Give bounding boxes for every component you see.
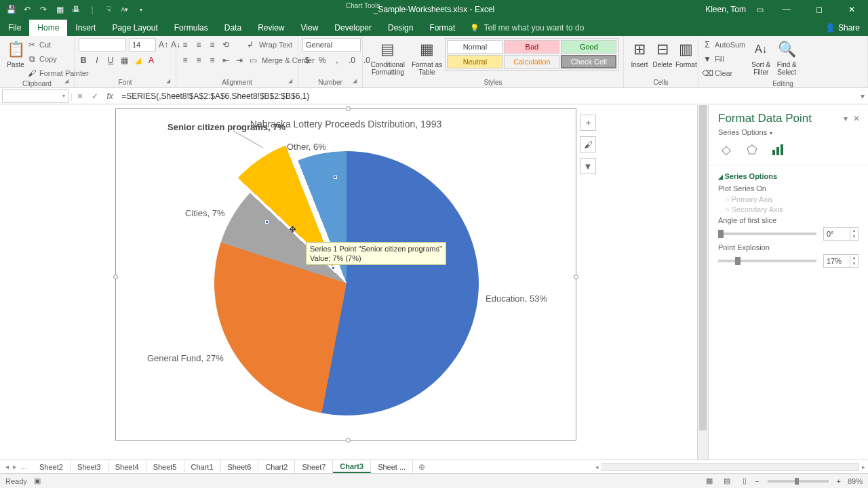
insert-function-icon[interactable]: fx	[102, 92, 117, 101]
qat-icon[interactable]: ▦	[54, 4, 65, 15]
align-center-icon[interactable]: ≡	[194, 56, 203, 65]
explosion-input[interactable]: 17%▲▼	[823, 254, 859, 268]
fill-line-icon[interactable]: ◇	[718, 142, 734, 158]
grow-font-icon[interactable]: A↑	[159, 40, 168, 49]
font-name-combo[interactable]	[79, 38, 126, 52]
angle-input[interactable]: 0°▲▼	[823, 227, 859, 241]
align-bottom-icon[interactable]: ≡	[208, 40, 217, 49]
indent-inc-icon[interactable]: ⇥	[235, 56, 244, 65]
percent-icon[interactable]: %	[317, 56, 327, 65]
normal-view-icon[interactable]: ▦	[702, 476, 717, 487]
format-as-table-button[interactable]: ▦ Format as Table	[409, 38, 446, 77]
name-box[interactable]: ▾	[2, 89, 68, 103]
horizontal-scrollbar[interactable]: ◂ ▸	[431, 460, 868, 473]
enter-formula-icon[interactable]: ✓	[87, 92, 102, 101]
vertical-scrollbar[interactable]	[697, 105, 708, 461]
sheet-tab[interactable]: Chart1	[184, 460, 221, 473]
new-sheet-button[interactable]: ⊕	[413, 460, 431, 473]
paste-button[interactable]: 📋 Paste	[4, 38, 27, 70]
sheet-tab-active[interactable]: Chart3	[333, 460, 371, 473]
save-icon[interactable]: 💾	[5, 4, 16, 15]
label-general-fund[interactable]: General Fund, 27%	[147, 353, 224, 363]
format-cells-button[interactable]: ▥Format	[674, 38, 698, 70]
macro-record-icon[interactable]: ▣	[34, 476, 41, 485]
fill-button[interactable]: ▼Fill	[703, 52, 745, 66]
sheet-tab[interactable]: Chart2	[258, 460, 295, 473]
label-other[interactable]: Other, 6%	[287, 142, 326, 152]
zoom-slider[interactable]	[768, 480, 829, 483]
cell-styles-gallery[interactable]: Normal Bad Good Neutral Calculation Chec…	[445, 38, 619, 70]
zoom-in-icon[interactable]: +	[837, 477, 841, 485]
autosum-button[interactable]: ΣAutoSum	[703, 38, 745, 52]
dialog-launcher-icon[interactable]: ◢	[288, 78, 296, 86]
dialog-launcher-icon[interactable]: ◢	[166, 78, 174, 86]
chart-elements-button[interactable]: ＋	[580, 115, 596, 131]
tab-file[interactable]: File	[0, 20, 29, 36]
underline-icon[interactable]: U	[106, 56, 115, 65]
sheet-tab[interactable]: Sheet3	[71, 460, 108, 473]
dialog-launcher-icon[interactable]: ◢	[64, 78, 73, 86]
font-size-combo[interactable]: 14	[129, 38, 156, 52]
delete-cells-button[interactable]: ⊟Delete	[651, 38, 674, 70]
qat-more-icon[interactable]: ▾	[136, 4, 146, 15]
tab-developer[interactable]: Developer	[326, 20, 380, 36]
zoom-out-icon[interactable]: −	[755, 477, 759, 485]
wrap-text-button[interactable]: Wrap Text	[259, 41, 292, 49]
tab-home[interactable]: Home	[29, 20, 67, 36]
sheet-tab[interactable]: Sheet4	[108, 460, 146, 473]
effects-icon[interactable]: ⬠	[744, 142, 760, 158]
border-icon[interactable]: ▦	[119, 56, 129, 65]
orientation-icon[interactable]: ⟲	[221, 40, 231, 49]
label-cities[interactable]: Cities, 7%	[185, 208, 225, 218]
comma-icon[interactable]: ,	[332, 56, 342, 65]
sheet-nav[interactable]: ◂▸…	[0, 460, 33, 473]
dialog-launcher-icon[interactable]: ◢	[353, 78, 361, 86]
angle-slider[interactable]	[718, 232, 816, 235]
share-button[interactable]: 👤Share	[817, 20, 868, 36]
series-options-icon[interactable]	[770, 142, 786, 158]
qat-icon[interactable]: 🖶	[71, 4, 81, 15]
bold-icon[interactable]: B	[79, 56, 88, 65]
pane-options-icon[interactable]: ▾	[844, 114, 848, 123]
minimize-button[interactable]: —	[773, 0, 800, 19]
sheet-tab[interactable]: Sheet2	[33, 460, 71, 473]
close-button[interactable]: ✕	[838, 0, 865, 19]
pane-dropdown[interactable]: Series Options▾	[709, 128, 868, 142]
expand-formula-bar-icon[interactable]: ▾	[857, 92, 868, 101]
conditional-formatting-button[interactable]: ▤ Conditional Formatting	[367, 38, 409, 77]
style-check-cell[interactable]: Check Cell	[561, 55, 616, 68]
sort-filter-button[interactable]: A↓Sort & Filter	[748, 38, 774, 77]
fill-color-icon[interactable]: ◢	[133, 56, 142, 65]
tab-review[interactable]: Review	[250, 20, 292, 36]
explosion-slider[interactable]	[718, 260, 816, 262]
font-color-icon[interactable]: A	[146, 56, 156, 65]
ribbon-display-icon[interactable]: ▭	[751, 5, 768, 14]
maximize-button[interactable]: ◻	[806, 0, 833, 19]
tab-chart-design[interactable]: Design	[380, 20, 421, 36]
insert-cells-button[interactable]: ⊞Insert	[628, 38, 651, 70]
style-good[interactable]: Good	[561, 40, 616, 54]
worksheet-area[interactable]: Nebraska Lottery Proceeds Distribution, …	[0, 105, 697, 461]
chart-styles-button[interactable]: 🖌	[580, 136, 596, 152]
section-series-options[interactable]: Series Options	[718, 172, 859, 180]
chart-object[interactable]: Nebraska Lottery Proceeds Distribution, …	[115, 108, 576, 441]
label-senior[interactable]: Senior citizen programs, 7%	[167, 122, 235, 132]
italic-icon[interactable]: I	[92, 56, 102, 65]
tab-formulas[interactable]: Formulas	[166, 20, 216, 36]
style-calculation[interactable]: Calculation	[504, 55, 559, 68]
clear-button[interactable]: ⌫Clear	[703, 66, 745, 80]
chart-filters-button[interactable]: ▼	[580, 158, 596, 174]
style-bad[interactable]: Bad	[504, 40, 559, 54]
sheet-tab[interactable]: Sheet6	[221, 460, 259, 473]
sheet-tab[interactable]: Sheet ...	[371, 460, 413, 473]
find-select-button[interactable]: 🔍Find & Select	[774, 38, 800, 77]
redo-icon[interactable]: ↷	[38, 4, 49, 15]
tab-chart-format[interactable]: Format	[421, 20, 463, 36]
pie-chart[interactable]: ✥	[214, 151, 479, 415]
align-top-icon[interactable]: ≡	[180, 40, 190, 49]
indent-dec-icon[interactable]: ⇤	[221, 56, 231, 65]
formula-input[interactable]: =SERIES(,Sheet8!$A$2:$A$6,Sheet8!$B$2:$B…	[117, 92, 857, 101]
tab-page-layout[interactable]: Page Layout	[104, 20, 165, 36]
align-middle-icon[interactable]: ≡	[194, 40, 203, 49]
currency-icon[interactable]: $	[302, 56, 312, 65]
